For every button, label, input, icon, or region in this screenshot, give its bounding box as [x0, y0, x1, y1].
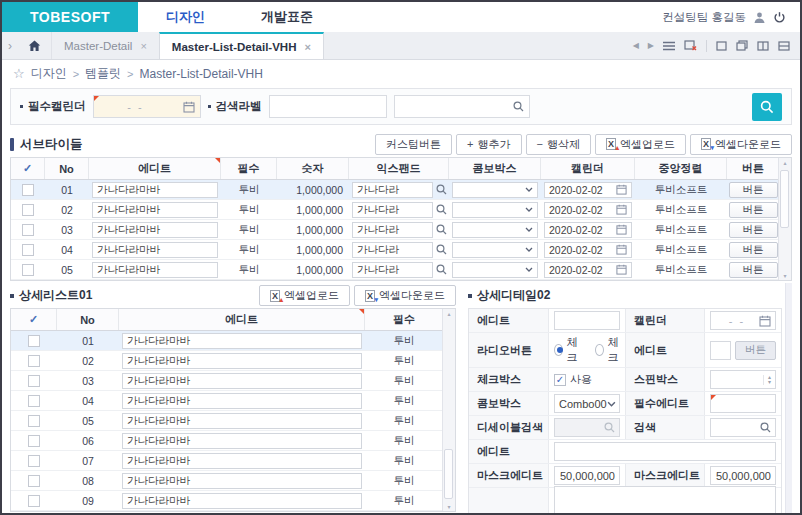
expand-cell-input[interactable]: 가나다라: [352, 262, 433, 278]
row-checkbox[interactable]: [28, 495, 40, 507]
combo-cell[interactable]: [452, 182, 538, 198]
col-header-combo[interactable]: 콤보박스: [449, 158, 541, 179]
col-header-no[interactable]: No: [57, 309, 119, 330]
table-row[interactable]: 01 가나다라마바 투비 1,000,000 가나다라 2020-02-02 투…: [11, 180, 778, 200]
row-checkbox[interactable]: [28, 415, 40, 427]
edit-cell-input[interactable]: 가나다라마바: [122, 333, 362, 349]
table-row[interactable]: 04 가나다라마바 투비: [11, 391, 442, 411]
combo-cell[interactable]: [452, 262, 538, 278]
calendar-icon[interactable]: [616, 204, 627, 215]
delete-row-button[interactable]: −행삭제: [526, 134, 591, 155]
search-icon[interactable]: [436, 244, 447, 255]
table-row[interactable]: 06 가나다라마바 투비: [11, 431, 442, 451]
edit-cell-input[interactable]: 가나다라마바: [92, 202, 218, 218]
search-icon[interactable]: [436, 204, 447, 215]
logout-power-icon[interactable]: [773, 11, 786, 24]
home-tab[interactable]: [18, 32, 52, 59]
custom-button[interactable]: 커스텀버튼: [375, 134, 452, 155]
col-header-button[interactable]: 버튼: [727, 158, 778, 179]
calendar-icon[interactable]: [183, 101, 195, 113]
col-header-calendar[interactable]: 캘린더: [541, 158, 635, 179]
row-button[interactable]: 버튼: [729, 222, 778, 238]
row-button[interactable]: 버튼: [729, 202, 778, 218]
app-logo[interactable]: TOBESOFT: [2, 2, 138, 32]
expand-cell-input[interactable]: 가나다라: [352, 222, 433, 238]
row-button[interactable]: 버튼: [729, 262, 778, 278]
mask-edit-input[interactable]: 50,000,000: [710, 466, 776, 485]
window-cascade-icon[interactable]: [736, 40, 748, 51]
scroll-up-icon[interactable]: ▴: [447, 310, 450, 317]
calendar-cell[interactable]: 2020-02-02: [544, 202, 632, 218]
table-row[interactable]: 02 가나다라마바 투비: [11, 351, 442, 371]
calendar-cell[interactable]: 2020-02-02: [544, 222, 632, 238]
table-row[interactable]: 03 가나다라마바 투비: [11, 371, 442, 391]
edit-input[interactable]: [710, 341, 731, 360]
edit-full-input[interactable]: [554, 442, 776, 461]
list1-scrollbar[interactable]: ▴ ▾: [442, 309, 455, 511]
row-checkbox[interactable]: [22, 224, 34, 236]
search-text-input[interactable]: [269, 95, 387, 118]
col-header-expand[interactable]: 익스팬드: [349, 158, 449, 179]
detail2-scrollbar[interactable]: [785, 283, 792, 515]
combo-cell[interactable]: [452, 242, 538, 258]
table-row[interactable]: 01 가나다라마바 투비: [11, 331, 442, 351]
tab-close-icon[interactable]: ×: [140, 40, 146, 52]
search-icon[interactable]: [760, 422, 771, 433]
tab-next-icon[interactable]: ▶: [648, 41, 654, 50]
menu-dev-standard[interactable]: 개발표준: [233, 2, 341, 32]
edit-cell-input[interactable]: 가나다라마바: [122, 413, 362, 429]
edit-cell-input[interactable]: 가나다라마바: [92, 182, 218, 198]
tab-scroll-left-icon[interactable]: ›: [2, 32, 18, 59]
spin-input[interactable]: ▴▾: [710, 370, 776, 389]
excel-upload-button[interactable]: X엑셀업로드: [595, 134, 686, 155]
edit-cell-input[interactable]: 가나다라마바: [122, 373, 362, 389]
table-row[interactable]: 03 가나다라마바 투비 1,000,000 가나다라 2020-02-02 투…: [11, 220, 778, 240]
table-row[interactable]: 02 가나다라마바 투비 1,000,000 가나다라 2020-02-02 투…: [11, 200, 778, 220]
row-button[interactable]: 버튼: [729, 242, 778, 258]
table-row[interactable]: 05 가나다라마바 투비 1,000,000 가나다라 2020-02-02 투…: [11, 260, 778, 280]
edit-cell-input[interactable]: 가나다라마바: [92, 242, 218, 258]
calendar-icon[interactable]: [616, 244, 627, 255]
select-all-checkbox[interactable]: ✓: [29, 313, 38, 326]
excel-upload-button[interactable]: X엑셀업로드: [259, 285, 350, 306]
calendar-icon[interactable]: [616, 224, 627, 235]
col-header-edit[interactable]: 에디트: [89, 158, 221, 179]
table-row[interactable]: 05 가나다라마바 투비: [11, 411, 442, 431]
scroll-thumb[interactable]: [780, 170, 789, 228]
table-row[interactable]: 07 가나다라마바 투비: [11, 451, 442, 471]
menu-design[interactable]: 디자인: [138, 2, 233, 32]
window-single-icon[interactable]: [716, 41, 727, 51]
scroll-up-icon[interactable]: ▴: [783, 159, 786, 166]
expand-cell-input[interactable]: 가나다라: [352, 202, 433, 218]
col-header-no[interactable]: No: [45, 158, 89, 179]
edit-cell-input[interactable]: 가나다라마바: [122, 433, 362, 449]
col-header-required[interactable]: 필수: [365, 309, 442, 330]
window-hsplit-icon[interactable]: [778, 41, 790, 51]
calendar-icon[interactable]: [616, 184, 627, 195]
search-submit-button[interactable]: [752, 93, 782, 121]
expand-cell-input[interactable]: 가나다라: [352, 182, 433, 198]
required-calendar-input[interactable]: - -: [93, 95, 201, 118]
grid1-scrollbar[interactable]: ▴ ▾: [778, 158, 791, 280]
tab-master-list-detail-vhh[interactable]: Master-List-Detail-VHH ×: [159, 32, 324, 59]
calendar-cell[interactable]: 2020-02-02: [544, 182, 632, 198]
edit-cell-input[interactable]: 가나다라마바: [122, 473, 362, 489]
edit-cell-input[interactable]: 가나다라마바: [122, 453, 362, 469]
table-row[interactable]: 04 가나다라마바 투비 1,000,000 가나다라 2020-02-02 투…: [11, 240, 778, 260]
col-header-number[interactable]: 숫자: [277, 158, 349, 179]
tab-list-icon[interactable]: [663, 41, 675, 51]
tab-master-detail[interactable]: Master-Detail ×: [52, 32, 159, 59]
calendar-icon[interactable]: [616, 264, 627, 275]
row-checkbox[interactable]: [22, 244, 34, 256]
excel-download-button[interactable]: X엑셀다운로드: [690, 134, 792, 155]
search-input[interactable]: [710, 418, 776, 437]
expand-cell-input[interactable]: 가나다라: [352, 242, 433, 258]
col-header-required[interactable]: 필수: [221, 158, 277, 179]
combo-cell[interactable]: [452, 202, 538, 218]
breadcrumb-item[interactable]: 템플릿: [85, 65, 121, 82]
row-checkbox[interactable]: [28, 335, 40, 347]
edit-cell-input[interactable]: 가나다라마바: [122, 393, 362, 409]
combo-cell[interactable]: [452, 222, 538, 238]
radio-option-1[interactable]: 체크: [554, 335, 581, 365]
row-checkbox[interactable]: [22, 184, 34, 196]
